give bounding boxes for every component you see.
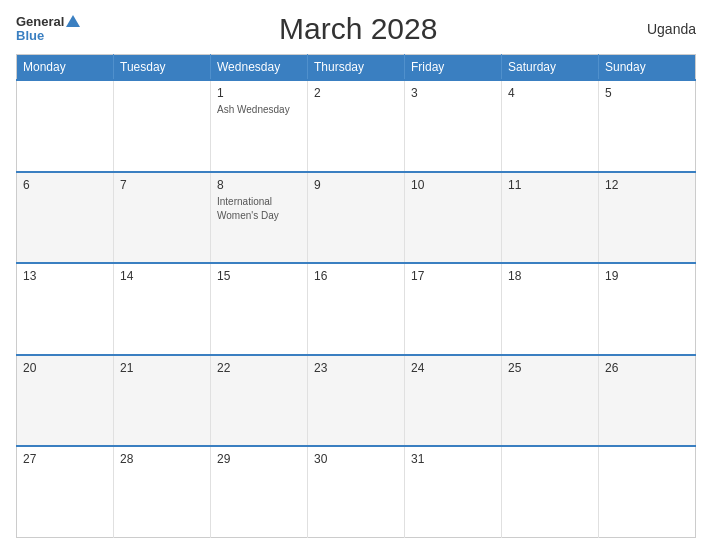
calendar-table: MondayTuesdayWednesdayThursdayFridaySatu…	[16, 54, 696, 538]
day-number: 12	[605, 178, 689, 192]
calendar-cell: 27	[17, 446, 114, 538]
week-row-5: 2728293031	[17, 446, 696, 538]
weekday-header-saturday: Saturday	[502, 55, 599, 81]
calendar-cell: 17	[405, 263, 502, 355]
day-number: 19	[605, 269, 689, 283]
week-row-4: 20212223242526	[17, 355, 696, 447]
calendar-cell: 10	[405, 172, 502, 264]
calendar-cell: 23	[308, 355, 405, 447]
calendar-cell: 18	[502, 263, 599, 355]
day-number: 6	[23, 178, 107, 192]
calendar-cell: 8International Women's Day	[211, 172, 308, 264]
calendar-title: March 2028	[80, 12, 636, 46]
calendar-cell: 1Ash Wednesday	[211, 80, 308, 172]
day-event: International Women's Day	[217, 196, 279, 221]
calendar-cell: 7	[114, 172, 211, 264]
weekday-header-monday: Monday	[17, 55, 114, 81]
day-number: 30	[314, 452, 398, 466]
day-number: 27	[23, 452, 107, 466]
day-number: 10	[411, 178, 495, 192]
calendar-cell: 28	[114, 446, 211, 538]
day-number: 8	[217, 178, 301, 192]
day-number: 26	[605, 361, 689, 375]
weekday-header-thursday: Thursday	[308, 55, 405, 81]
calendar-cell: 15	[211, 263, 308, 355]
logo-blue-text: Blue	[16, 29, 80, 43]
logo-triangle-icon	[66, 15, 80, 27]
day-number: 15	[217, 269, 301, 283]
calendar-cell	[114, 80, 211, 172]
day-number: 14	[120, 269, 204, 283]
day-number: 7	[120, 178, 204, 192]
day-number: 4	[508, 86, 592, 100]
day-number: 21	[120, 361, 204, 375]
logo: General Blue	[16, 15, 80, 44]
day-number: 1	[217, 86, 301, 100]
calendar-cell: 30	[308, 446, 405, 538]
logo-general-text: General	[16, 15, 64, 29]
calendar-cell: 22	[211, 355, 308, 447]
day-number: 16	[314, 269, 398, 283]
calendar-cell: 5	[599, 80, 696, 172]
calendar-cell: 6	[17, 172, 114, 264]
calendar-cell: 21	[114, 355, 211, 447]
calendar-cell: 20	[17, 355, 114, 447]
header: General Blue March 2028 Uganda	[16, 12, 696, 46]
day-number: 9	[314, 178, 398, 192]
calendar-body: 1Ash Wednesday2345678International Women…	[17, 80, 696, 538]
day-number: 3	[411, 86, 495, 100]
day-number: 17	[411, 269, 495, 283]
calendar-cell: 9	[308, 172, 405, 264]
day-number: 22	[217, 361, 301, 375]
calendar-cell: 19	[599, 263, 696, 355]
day-number: 29	[217, 452, 301, 466]
day-number: 11	[508, 178, 592, 192]
calendar-cell: 4	[502, 80, 599, 172]
day-number: 2	[314, 86, 398, 100]
calendar-cell: 14	[114, 263, 211, 355]
calendar-cell: 13	[17, 263, 114, 355]
calendar-cell: 25	[502, 355, 599, 447]
day-number: 23	[314, 361, 398, 375]
day-number: 25	[508, 361, 592, 375]
calendar-cell	[502, 446, 599, 538]
calendar-header: MondayTuesdayWednesdayThursdayFridaySatu…	[17, 55, 696, 81]
calendar-cell: 12	[599, 172, 696, 264]
calendar-cell: 29	[211, 446, 308, 538]
calendar-cell: 11	[502, 172, 599, 264]
day-number: 18	[508, 269, 592, 283]
weekday-header-friday: Friday	[405, 55, 502, 81]
weekday-header-wednesday: Wednesday	[211, 55, 308, 81]
country-label: Uganda	[636, 21, 696, 37]
calendar-cell	[599, 446, 696, 538]
calendar-cell: 2	[308, 80, 405, 172]
day-number: 28	[120, 452, 204, 466]
weekday-header-sunday: Sunday	[599, 55, 696, 81]
week-row-3: 13141516171819	[17, 263, 696, 355]
page: General Blue March 2028 Uganda MondayTue…	[0, 0, 712, 550]
day-event: Ash Wednesday	[217, 104, 290, 115]
day-number: 24	[411, 361, 495, 375]
calendar-cell	[17, 80, 114, 172]
calendar-cell: 26	[599, 355, 696, 447]
week-row-1: 1Ash Wednesday2345	[17, 80, 696, 172]
day-number: 13	[23, 269, 107, 283]
calendar-cell: 31	[405, 446, 502, 538]
calendar-cell: 24	[405, 355, 502, 447]
weekday-header-tuesday: Tuesday	[114, 55, 211, 81]
week-row-2: 678International Women's Day9101112	[17, 172, 696, 264]
calendar-cell: 3	[405, 80, 502, 172]
weekday-header-row: MondayTuesdayWednesdayThursdayFridaySatu…	[17, 55, 696, 81]
day-number: 31	[411, 452, 495, 466]
day-number: 5	[605, 86, 689, 100]
calendar-cell: 16	[308, 263, 405, 355]
day-number: 20	[23, 361, 107, 375]
